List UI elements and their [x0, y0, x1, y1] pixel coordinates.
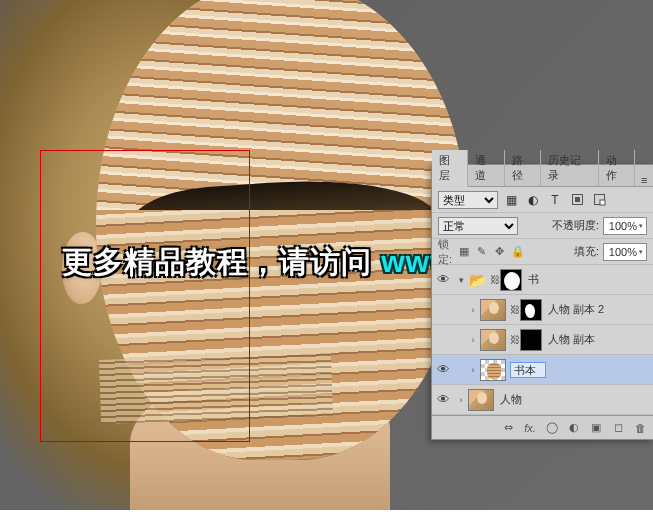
fill-value: 100%	[609, 246, 637, 258]
fx-icon[interactable]: fx.	[521, 419, 539, 437]
layer-name[interactable]: 书	[526, 272, 653, 287]
tab-history[interactable]: 历史记录	[541, 150, 599, 186]
panel-menu-icon[interactable]: ≡	[635, 174, 653, 186]
svg-rect-1	[575, 197, 580, 202]
layer-row-person-copy[interactable]: › ⛓ 人物 副本	[432, 325, 653, 355]
filter-adjust-icon[interactable]: ◐	[524, 191, 542, 209]
blend-row: 正常 不透明度: 100% ▾	[432, 213, 653, 239]
opacity-value: 100%	[609, 220, 637, 232]
layers-panel: 图层 通道 路径 历史记录 动作 ≡ 类型 ▦ ◐ T 正常 不透明度: 100…	[431, 164, 653, 440]
lock-all-icon[interactable]: 🔒	[510, 244, 525, 259]
layer-list[interactable]: 👁 ▾ 📂 ⛓ 书 › ⛓ 人物 副本 2 › ⛓ 人物 副本 👁	[432, 265, 653, 415]
layer-thumb[interactable]	[480, 329, 506, 351]
add-mask-icon[interactable]: ◯	[543, 419, 561, 437]
filter-row: 类型 ▦ ◐ T	[432, 187, 653, 213]
layer-thumb[interactable]	[468, 389, 494, 411]
lock-paint-icon[interactable]: ✎	[474, 244, 489, 259]
folder-icon[interactable]: 📂	[468, 269, 486, 291]
lock-trans-icon[interactable]: ▦	[456, 244, 471, 259]
fill-value-field[interactable]: 100% ▾	[603, 243, 647, 261]
layer-row-person-copy-2[interactable]: › ⛓ 人物 副本 2	[432, 295, 653, 325]
mask-link-icon[interactable]: ⛓	[510, 304, 520, 315]
tab-layers[interactable]: 图层	[432, 150, 468, 187]
layer-thumb[interactable]	[480, 359, 506, 381]
new-adjustment-icon[interactable]: ◐	[565, 419, 583, 437]
group-mask-thumb[interactable]	[500, 269, 522, 291]
fill-label: 填充:	[574, 244, 599, 259]
layer-row-group[interactable]: 👁 ▾ 📂 ⛓ 书	[432, 265, 653, 295]
layer-mask-thumb[interactable]	[520, 329, 542, 351]
panel-footer: ⇔ fx. ◯ ◐ ▣ ◻ 🗑	[432, 415, 653, 439]
lock-move-icon[interactable]: ✥	[492, 244, 507, 259]
delete-layer-icon[interactable]: 🗑	[631, 419, 649, 437]
tab-paths[interactable]: 路径	[505, 150, 541, 186]
expand-icon[interactable]: ›	[466, 365, 480, 375]
lock-buttons: 锁定: ▦ ✎ ✥ 🔒	[438, 244, 525, 259]
mask-link-icon[interactable]: ⛓	[510, 334, 520, 345]
expand-icon[interactable]: ›	[454, 395, 468, 405]
fill-dropdown-icon[interactable]: ▾	[639, 248, 643, 256]
svg-rect-3	[600, 200, 605, 205]
layer-thumb[interactable]	[480, 299, 506, 321]
layer-row-book[interactable]: 👁 › 书本	[432, 355, 653, 385]
selection-annotation-rect	[40, 150, 250, 442]
opacity-dropdown-icon[interactable]: ▾	[639, 222, 643, 230]
filter-smart-icon[interactable]	[590, 191, 608, 209]
new-group-icon[interactable]: ▣	[587, 419, 605, 437]
new-layer-icon[interactable]: ◻	[609, 419, 627, 437]
visibility-toggle[interactable]: 👁	[432, 362, 454, 377]
lock-label: 锁定:	[438, 244, 453, 259]
tab-actions[interactable]: 动作	[599, 150, 635, 186]
layer-name[interactable]: 人物 副本 2	[546, 302, 653, 317]
mask-link-icon[interactable]: ⛓	[490, 274, 500, 285]
expand-icon[interactable]: ›	[466, 335, 480, 345]
opacity-value-field[interactable]: 100% ▾	[603, 217, 647, 235]
watermark-prefix: 更多精品教程，请访问	[62, 245, 381, 278]
opacity-label: 不透明度:	[552, 218, 599, 233]
link-layers-icon[interactable]: ⇔	[499, 419, 517, 437]
layer-kind-select[interactable]: 类型	[438, 191, 498, 209]
layer-mask-thumb[interactable]	[520, 299, 542, 321]
filter-type-icon[interactable]: T	[546, 191, 564, 209]
collapse-icon[interactable]: ▾	[454, 275, 468, 285]
lock-row: 锁定: ▦ ✎ ✥ 🔒 填充: 100% ▾	[432, 239, 653, 265]
tab-channels[interactable]: 通道	[468, 150, 504, 186]
layer-name-editing[interactable]: 书本	[510, 362, 546, 378]
layer-row-person[interactable]: 👁 › 人物	[432, 385, 653, 415]
page-bottom-border	[0, 510, 653, 516]
visibility-toggle[interactable]: 👁	[432, 272, 454, 287]
layer-name[interactable]: 人物	[498, 392, 653, 407]
filter-pixel-icon[interactable]: ▦	[502, 191, 520, 209]
blend-mode-select[interactable]: 正常	[438, 217, 518, 235]
expand-icon[interactable]: ›	[466, 305, 480, 315]
panel-tab-bar: 图层 通道 路径 历史记录 动作 ≡	[432, 165, 653, 187]
visibility-toggle[interactable]: 👁	[432, 392, 454, 407]
layer-name[interactable]: 人物 副本	[546, 332, 653, 347]
filter-shape-icon[interactable]	[568, 191, 586, 209]
